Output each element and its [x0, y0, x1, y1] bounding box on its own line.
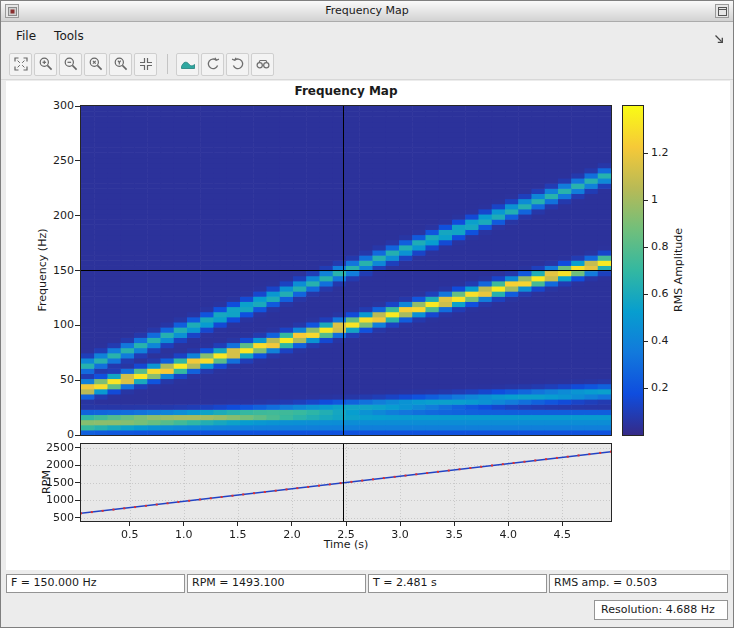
figure-area: Frequency Map Frequency (Hz) RMS Amplitu…	[6, 81, 730, 570]
freq-tick-mark	[75, 435, 80, 436]
colorbar-tick-label: 1.2	[651, 146, 669, 159]
zoom-out-icon	[63, 56, 79, 72]
freq-tick-mark	[75, 325, 80, 326]
freq-tick-label: 50	[32, 373, 74, 386]
surface-view-button[interactable]	[176, 53, 199, 76]
window-title: Frequency Map	[1, 4, 733, 17]
colorbar-tick-label: 0.2	[651, 381, 669, 394]
time-tick-label: 3.0	[385, 528, 415, 541]
freq-tick-label: 300	[32, 99, 74, 112]
status-rms-amplitude: RMS amp. = 0.503	[549, 574, 728, 593]
menu-tools[interactable]: Tools	[45, 25, 93, 47]
time-tick-label: 3.5	[439, 528, 469, 541]
colorbar-tick-label: 1	[651, 193, 658, 206]
freq-tick-label: 100	[32, 318, 74, 331]
menu-file[interactable]: File	[7, 25, 45, 47]
colorbar-label: RMS Amplitude	[672, 228, 685, 312]
rpm-tick-mark	[75, 465, 80, 466]
time-tick-mark	[400, 522, 401, 526]
freq-tick-label: 150	[32, 264, 74, 277]
colorbar-tick-label: 0.8	[651, 240, 669, 253]
freq-tick-mark	[75, 270, 80, 271]
time-tick-mark	[346, 522, 347, 526]
window-dock-button[interactable]	[715, 4, 729, 18]
time-tick-label: 4.0	[493, 528, 523, 541]
time-tick-mark	[454, 522, 455, 526]
rpm-plot-canvas[interactable]	[80, 443, 612, 522]
colorbar-tick-mark	[644, 388, 648, 389]
time-tick-mark	[129, 522, 130, 526]
freq-tick-label: 0	[32, 428, 74, 441]
time-tick-label: 2.0	[277, 528, 307, 541]
toolbar-separator	[167, 54, 168, 74]
freq-tick-label: 200	[32, 209, 74, 222]
rpm-tick-mark	[75, 517, 80, 518]
colorbar-tick-mark	[644, 153, 648, 154]
toolbar	[1, 49, 733, 80]
map-crosshair-horizontal[interactable]	[81, 270, 611, 271]
freq-tick-mark	[75, 106, 80, 107]
time-tick-mark	[237, 522, 238, 526]
colorbar-tick-mark	[644, 247, 648, 248]
time-tick-mark	[291, 522, 292, 526]
rpm-tick-label: 1000	[36, 493, 74, 506]
rotate-cw-button[interactable]	[226, 53, 249, 76]
rpm-tick-mark	[75, 447, 80, 448]
colorbar-tick-mark	[644, 294, 648, 295]
rpm-tick-label: 2000	[36, 458, 74, 471]
colorbar	[622, 105, 644, 436]
zoom-in-button[interactable]	[34, 53, 57, 76]
colorbar-tick-label: 0.4	[651, 334, 669, 347]
time-tick-label: 2.5	[331, 528, 361, 541]
freq-tick-mark	[75, 215, 80, 216]
rpm-tick-label: 500	[36, 511, 74, 524]
rotate-ccw-icon	[205, 56, 221, 72]
restore-view-button[interactable]	[134, 53, 157, 76]
time-tick-mark	[562, 522, 563, 526]
zoom-x-icon	[88, 56, 104, 72]
time-tick-label: 1.0	[169, 528, 199, 541]
zoom-y-button[interactable]	[109, 53, 132, 76]
rotate-ccw-button[interactable]	[201, 53, 224, 76]
status-time: T = 2.481 s	[368, 574, 547, 593]
fit-view-button[interactable]	[9, 53, 32, 76]
time-tick-label: 0.5	[115, 528, 145, 541]
plot-title: Frequency Map	[81, 84, 611, 98]
zoom-out-button[interactable]	[59, 53, 82, 76]
resolution-indicator: Resolution: 4.688 Hz	[594, 600, 728, 620]
window-dock-icon	[718, 4, 727, 19]
fit-view-icon	[13, 56, 29, 72]
rotate-cw-icon	[230, 56, 246, 72]
rpm-cursor-line[interactable]	[343, 444, 344, 521]
colorbar-tick-label: 0.6	[651, 287, 669, 300]
frequency-map-window: Frequency Map File Tools	[0, 0, 734, 628]
restore-view-icon	[138, 56, 154, 72]
rpm-tick-label: 2500	[36, 441, 74, 454]
time-tick-label: 4.5	[547, 528, 577, 541]
binoculars-icon	[255, 56, 271, 72]
rpm-tick-mark	[75, 482, 80, 483]
time-tick-label: 1.5	[223, 528, 253, 541]
colorbar-tick-mark	[644, 200, 648, 201]
colorbar-tick-mark	[644, 341, 648, 342]
status-rpm: RPM = 1493.100	[187, 574, 366, 593]
titlebar[interactable]: Frequency Map	[1, 1, 733, 22]
status-frequency: F = 150.000 Hz	[6, 574, 185, 593]
rpm-tick-mark	[75, 500, 80, 501]
rpm-tick-label: 1500	[36, 476, 74, 489]
dock-arrow-icon[interactable]	[713, 30, 725, 42]
time-tick-mark	[508, 522, 509, 526]
zoom-y-icon	[113, 56, 129, 72]
zoom-in-icon	[38, 56, 54, 72]
status-bar: F = 150.000 Hz RPM = 1493.100 T = 2.481 …	[6, 574, 728, 593]
freq-tick-label: 250	[32, 154, 74, 167]
freq-tick-mark	[75, 380, 80, 381]
freq-tick-mark	[75, 160, 80, 161]
menubar: File Tools	[1, 23, 733, 49]
zoom-x-button[interactable]	[84, 53, 107, 76]
binoculars-button[interactable]	[251, 53, 274, 76]
time-tick-mark	[183, 522, 184, 526]
surface-icon	[180, 56, 196, 72]
